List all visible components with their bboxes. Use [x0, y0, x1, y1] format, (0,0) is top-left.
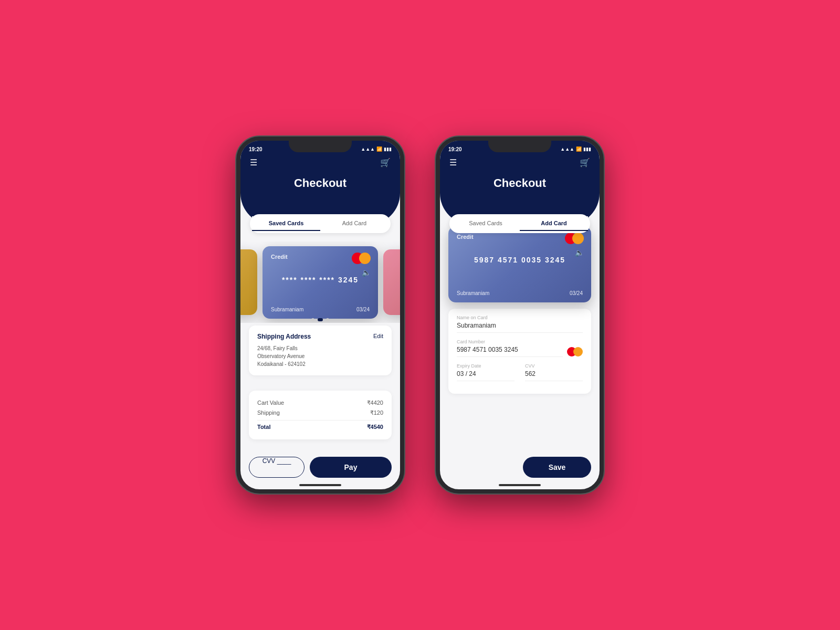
add-card-number-display: 5987 4571 0035 3245 [448, 256, 591, 264]
add-card-display: Credit 🔈 5987 4571 0035 3245 Subramaniam… [448, 226, 591, 302]
address-line-2: Observatory Avenue [257, 352, 383, 360]
total-label: Total [257, 424, 270, 430]
dot-1 [311, 318, 314, 321]
home-indicator-left [299, 484, 341, 486]
name-label: Name on Card [457, 315, 583, 320]
total-value: ₹4540 [367, 424, 383, 430]
header-nav-right: ☰ 🛒 [440, 158, 600, 167]
add-card-content: Credit 🔈 5987 4571 0035 3245 Subramaniam… [440, 222, 600, 489]
expiry-value[interactable]: 03 / 24 [457, 370, 514, 381]
battery-icon: ▮▮▮ [384, 146, 392, 152]
mastercard-logo [352, 253, 371, 264]
page-title-right: Checkout [440, 176, 600, 190]
price-row-cart: Cart Value ₹4420 [257, 398, 383, 408]
main-credit-card[interactable]: Credit 🔈 **** **** **** 3245 Subramaniam… [262, 246, 378, 319]
header-nav-left: ☰ 🛒 [240, 158, 400, 167]
add-card-type: Credit [457, 234, 583, 240]
menu-icon-left[interactable]: ☰ [250, 158, 257, 167]
pay-button[interactable]: Pay [310, 457, 392, 478]
name-field: Name on Card Subramaniam [457, 315, 583, 333]
tab-saved-cards-right[interactable]: Saved Cards [452, 216, 520, 231]
price-row-shipping: Shipping ₹120 [257, 408, 383, 418]
card-carousel: Credit 🔈 **** **** **** 3245 Subramaniam… [240, 242, 400, 323]
card-number-label: Card Number [457, 339, 583, 344]
bottom-bar-left: CVV ____ Pay [249, 457, 392, 478]
save-button[interactable]: Save [523, 457, 591, 478]
shipping-edit-button[interactable]: Edit [373, 333, 383, 340]
card-number-masked: **** **** **** 3245 [262, 276, 378, 284]
mc-circle-orange [359, 253, 371, 264]
dot-2 [318, 318, 323, 321]
cvv-label: CVV [525, 363, 583, 369]
shipping-value: ₹120 [370, 410, 383, 416]
wifi-icon: 📶 [376, 146, 382, 152]
status-time-left: 19:20 [249, 146, 262, 152]
signal-icon-right: ▲▲▲ [560, 146, 574, 152]
add-card-footer: Subramaniam 03/24 [457, 290, 583, 296]
expiry-label: Expiry Date [457, 363, 514, 369]
signal-icon: ▲▲▲ [361, 146, 375, 152]
cart-icon-right[interactable]: 🛒 [580, 158, 590, 167]
address-line-3: Kodaikanal - 624102 [257, 360, 383, 368]
status-time-right: 19:20 [448, 146, 462, 152]
battery-icon-right: ▮▮▮ [583, 146, 591, 152]
cvv-input-left[interactable]: CVV ____ [249, 457, 304, 478]
card-number-row: 5987 4571 0035 3245 [457, 346, 583, 357]
name-value[interactable]: Subramaniam [457, 322, 583, 333]
tabs-right: Saved Cards Add Card [449, 214, 590, 233]
cart-value-label: Cart Value [257, 400, 284, 406]
status-icons-left: ▲▲▲ 📶 ▮▮▮ [361, 146, 392, 152]
add-card-form: Name on Card Subramaniam Card Number 598… [448, 309, 591, 394]
add-mc-orange [572, 233, 584, 244]
card-footer: Subramaniam 03/24 [271, 307, 370, 312]
shipping-address: 24/68, Fairy Falls Observatory Avenue Ko… [257, 344, 383, 368]
shipping-box: Shipping Address Edit 24/68, Fairy Falls… [249, 326, 392, 375]
carousel-dots [240, 318, 400, 321]
dot-3 [326, 318, 329, 321]
card-side-right[interactable] [383, 249, 400, 315]
add-card-expiry: 03/24 [570, 290, 583, 296]
form-mc-orange [573, 347, 583, 356]
card-mc-logo-form [567, 347, 583, 356]
cart-icon-left[interactable]: 🛒 [380, 158, 391, 167]
address-line-1: 24/68, Fairy Falls [257, 344, 383, 352]
right-phone: 19:20 ▲▲▲ 📶 ▮▮▮ ☰ 🛒 Checkout Saved Cards… [436, 136, 604, 494]
card-expiry: 03/24 [356, 307, 370, 312]
menu-icon-right[interactable]: ☰ [449, 158, 457, 167]
tab-add-card-right[interactable]: Add Card [520, 216, 588, 231]
shipping-title: Shipping Address [257, 333, 311, 340]
left-phone: 19:20 ▲▲▲ 📶 ▮▮▮ ☰ 🛒 Checkout Saved Cards… [236, 136, 404, 494]
page-title-left: Checkout [240, 176, 400, 190]
cart-value: ₹4420 [367, 400, 383, 406]
tab-add-card-left[interactable]: Add Card [320, 216, 388, 231]
home-indicator-right [499, 484, 541, 486]
shipping-label: Shipping [257, 410, 280, 416]
add-card-holder: Subramaniam [457, 290, 489, 296]
card-number-field: Card Number 5987 4571 0035 3245 [457, 339, 583, 357]
card-side-left[interactable] [240, 249, 257, 315]
add-card-mc-logo [565, 233, 584, 244]
expiry-field: Expiry Date 03 / 24 [457, 363, 514, 381]
cvv-value[interactable]: 562 [525, 370, 583, 381]
status-icons-right: ▲▲▲ 📶 ▮▮▮ [560, 146, 591, 152]
price-row-total: Total ₹4540 [257, 420, 383, 432]
prices-box: Cart Value ₹4420 Shipping ₹120 Total ₹45… [249, 391, 392, 439]
cvv-field: CVV 562 [525, 363, 583, 381]
tab-saved-cards-left[interactable]: Saved Cards [252, 216, 320, 231]
notch [289, 141, 352, 152]
wifi-icon-right: 📶 [576, 146, 582, 152]
shipping-header: Shipping Address Edit [257, 333, 383, 340]
card-holder-name: Subramaniam [271, 307, 303, 312]
expiry-cvv-row: Expiry Date 03 / 24 CVV 562 [457, 363, 583, 387]
tabs-left: Saved Cards Add Card [250, 214, 391, 233]
card-number-value[interactable]: 5987 4571 0035 3245 [457, 346, 563, 357]
notch-right [488, 141, 551, 152]
